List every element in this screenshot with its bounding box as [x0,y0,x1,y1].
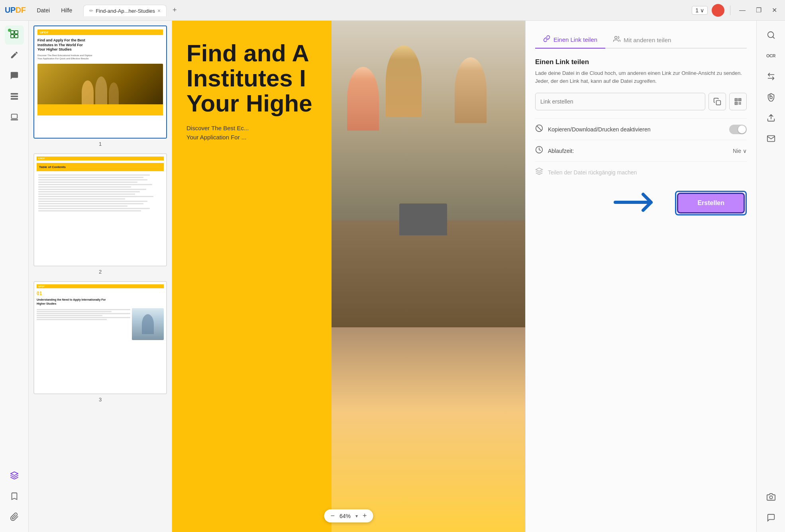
close-button[interactable]: ✕ [769,5,780,16]
svg-point-25 [769,496,772,499]
thumbnail-page-1[interactable]: UPDF Find and Apply For the BestInstitut… [33,25,167,147]
sidebar-item-stamp[interactable] [5,108,24,127]
expire-dropdown-icon: ∨ [743,148,747,154]
minimize-button[interactable]: — [736,5,749,16]
new-tab-button[interactable]: + [169,5,180,16]
copy-download-toggle[interactable] [729,125,747,134]
expire-icon [535,146,543,156]
svg-rect-24 [770,96,772,99]
logo-text: UPDF [5,6,26,15]
thumb-label-2: 2 [33,269,167,275]
pdf-photo-section [332,21,525,532]
zoom-out-button[interactable]: − [330,512,335,520]
left-sidebar [0,21,29,532]
page1-content: UPDF Find and Apply For the BestInstitut… [34,26,166,138]
active-tab[interactable]: ✏ Find-and-Ap...her-Studies × [83,5,167,16]
tab-edit-icon: ✏ [89,8,93,14]
titlebar: UPDF Datei Hilfe ✏ Find-and-Ap...her-Stu… [0,0,785,21]
link-share-icon [543,35,550,44]
thumb-label-1: 1 [33,141,167,147]
sidebar-item-edit[interactable] [5,46,24,65]
create-button-border: Erstellen [675,191,747,215]
restore-button[interactable]: ❐ [753,5,765,16]
tab-share-others-label: Mit anderen teilen [624,37,671,43]
link-qr-button[interactable] [729,93,747,110]
pdf-main-title: Find and A Institutes I Your Highe [186,41,317,116]
svg-rect-17 [739,102,740,104]
paperclip-icon [10,512,19,523]
thumb-label-3: 3 [33,397,167,403]
right-ocr-icon[interactable]: OCR [761,46,781,65]
content-area: Find and A Institutes I Your Highe Disco… [172,21,756,532]
help-menu[interactable]: Hilfe [56,6,77,15]
pdf-bottom-yellow [332,327,525,532]
zoom-dropdown[interactable]: ▾ [355,513,358,519]
sidebar-item-layers[interactable] [5,467,24,486]
page-dropdown-icon[interactable]: ∨ [700,7,704,14]
thumbnail-page-2[interactable]: UPDF Table of Contents [33,153,167,275]
svg-rect-1 [15,31,18,34]
active-dot [8,29,11,32]
option-copy-download: Kopieren/Download/Drucken deaktivieren [535,118,747,140]
user-avatar[interactable] [712,4,724,17]
tab-share-others[interactable]: Mit anderen teilen [605,31,679,49]
right-sidebar: OCR [756,21,785,532]
tab-link-share[interactable]: Einen Link teilen [535,31,605,49]
svg-rect-20 [740,104,741,105]
link-input-row [535,93,747,110]
right-camera-icon[interactable] [761,487,781,507]
svg-rect-4 [10,93,18,94]
svg-rect-14 [736,99,737,100]
comment-icon [10,71,19,82]
tab-link-label: Einen Link teilen [553,36,597,43]
sidebar-item-bookmark[interactable] [5,487,24,507]
menu-bar: Datei Hilfe [32,6,77,15]
page2-content: UPDF Table of Contents [34,154,166,266]
link-copy-button[interactable] [708,93,726,110]
svg-rect-5 [10,96,18,97]
right-convert-icon[interactable] [761,67,781,86]
bookmark-icon [10,492,19,503]
right-chat-icon[interactable] [761,508,781,527]
expire-value-dropdown[interactable]: Nie ∨ [733,148,747,154]
svg-rect-7 [11,114,17,118]
tab-label: Find-and-Ap...her-Studies [96,8,155,14]
svg-rect-0 [11,31,14,34]
page3-number: 01 [37,291,164,296]
svg-rect-2 [11,35,14,38]
zoom-value: 64% [340,513,351,519]
sidebar-item-thumbnails[interactable] [5,25,24,45]
pdf-subtitle: Discover The Best Ec... Your Application… [186,124,317,142]
svg-rect-18 [740,102,741,104]
thumbnail-panel: UPDF Find and Apply For the BestInstitut… [29,21,172,532]
zoom-toolbar: − 64% ▾ + [324,509,373,522]
right-upload-icon[interactable] [761,108,781,127]
share-tabs: Einen Link teilen Mit anderen teilen [535,30,747,49]
thumb-image-1: UPDF Find and Apply For the BestInstitut… [33,25,167,139]
right-protect-icon[interactable] [761,88,781,107]
layers-icon [10,471,19,482]
sidebar-item-comment[interactable] [5,67,24,86]
zoom-in-button[interactable]: + [363,512,367,520]
tab-close-button[interactable]: × [157,8,161,14]
sidebar-item-attachment[interactable] [5,508,24,527]
tab-bar: ✏ Find-and-Ap...her-Studies × + [83,4,689,16]
share-section-title: Einen Link teilen [535,58,747,66]
file-menu[interactable]: Datei [32,6,55,15]
current-page: 1 [695,7,699,14]
stamp-icon [10,113,19,123]
right-search-icon[interactable] [761,25,781,45]
sidebar-item-organize[interactable] [5,88,24,107]
link-input-field[interactable] [535,93,705,110]
share-others-icon [613,35,620,44]
page-indicator[interactable]: 1 ∨ [692,6,708,15]
copy-download-icon [535,124,543,134]
create-button[interactable]: Erstellen [677,193,745,213]
svg-rect-8 [10,119,18,120]
organize-icon [10,92,19,103]
svg-point-9 [615,36,617,39]
copy-download-label: Kopieren/Download/Drucken deaktivieren [548,126,729,133]
thumbnail-page-3[interactable]: UPDF 01 Understanding the Need to Apply … [33,281,167,403]
right-email-icon[interactable] [761,129,781,148]
revoke-label: Teilen der Datei rückgängig machen [548,169,747,176]
